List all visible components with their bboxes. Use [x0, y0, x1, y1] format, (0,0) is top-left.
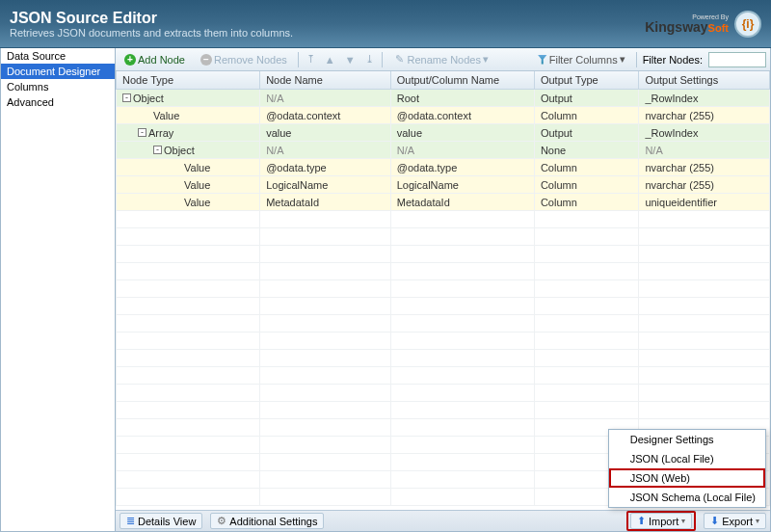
- table-row: [117, 315, 770, 332]
- cell: Output: [534, 124, 638, 142]
- node-type: Object: [133, 93, 164, 104]
- cell: N/A: [260, 90, 391, 107]
- sidebar-item-advanced[interactable]: Advanced: [1, 94, 115, 110]
- menu-item-json-web-[interactable]: JSON (Web): [609, 468, 765, 488]
- separator: [636, 52, 637, 67]
- table-row[interactable]: Value@odata.type@odata.typeColumnnvarcha…: [117, 159, 770, 176]
- table-row[interactable]: -ObjectN/ARootOutput_RowIndex: [117, 90, 770, 107]
- chevron-down-icon: ▾: [756, 517, 759, 525]
- table-row: [117, 350, 770, 367]
- separator: [298, 52, 299, 67]
- column-header[interactable]: Output/Column Name: [390, 71, 534, 90]
- column-header[interactable]: Node Type: [117, 71, 260, 90]
- filter-nodes-input[interactable]: [708, 52, 766, 67]
- export-icon: ⬇: [710, 515, 719, 527]
- cell: N/A: [260, 142, 391, 159]
- cell: N/A: [639, 142, 770, 159]
- cell: value: [390, 124, 534, 142]
- node-type: Value: [184, 162, 210, 173]
- cell: nvarchar (255): [639, 176, 770, 194]
- list-icon: ≣: [126, 515, 135, 527]
- json-icon: {i}: [734, 11, 761, 38]
- cell: Root: [390, 90, 534, 107]
- import-button[interactable]: ⬆ Import ▾: [630, 513, 692, 529]
- table-row: [117, 246, 770, 263]
- chevron-down-icon: ▾: [681, 517, 685, 525]
- table-row: [117, 367, 770, 385]
- table-row[interactable]: ValueMetadataIdMetadataIdColumnuniqueide…: [117, 194, 770, 211]
- minus-icon: −: [200, 54, 212, 66]
- table-row: [117, 298, 770, 315]
- filter-columns-button[interactable]: Filter Columns ▾: [533, 51, 630, 67]
- menu-item-json-local-file-[interactable]: JSON (Local File): [609, 449, 765, 468]
- footer-tabs: ≣ Details View ⚙ Additional Settings ⬆ I…: [116, 510, 770, 531]
- cell: nvarchar (255): [639, 107, 770, 124]
- import-menu: Designer SettingsJSON (Local File)JSON (…: [608, 429, 766, 508]
- column-header[interactable]: Output Type: [534, 71, 638, 90]
- add-node-button[interactable]: + Add Node: [120, 52, 190, 67]
- column-header[interactable]: Output Settings: [639, 71, 770, 90]
- cell: value: [260, 124, 391, 142]
- toolbar: + Add Node − Remove Nodes ⤒ ▲ ▼ ⤓ ✎ Rena…: [116, 48, 770, 71]
- table-row[interactable]: ValueLogicalNameLogicalNameColumnnvarcha…: [117, 176, 770, 194]
- cell: MetadataId: [390, 194, 534, 211]
- tree-toggle[interactable]: -: [122, 93, 131, 102]
- node-type: Object: [164, 145, 195, 156]
- cell: LogicalName: [260, 176, 391, 194]
- cell: nvarchar (255): [639, 159, 770, 176]
- cell: Column: [534, 159, 638, 176]
- cell: @odata.context: [260, 107, 391, 124]
- node-type: Value: [184, 197, 210, 208]
- move-up-icon[interactable]: ▲: [323, 54, 337, 66]
- move-top-icon[interactable]: ⤒: [305, 53, 317, 66]
- separator: [382, 52, 383, 67]
- plus-icon: +: [124, 54, 136, 66]
- cell: uniqueidentifier: [639, 194, 770, 211]
- cell: Column: [534, 176, 638, 194]
- details-view-tab[interactable]: ≣ Details View: [120, 513, 202, 529]
- gear-icon: ⚙: [217, 515, 226, 527]
- table-row: [117, 263, 770, 280]
- cell: N/A: [390, 142, 534, 159]
- funnel-icon: [538, 55, 547, 65]
- sidebar-item-columns[interactable]: Columns: [1, 79, 115, 94]
- import-icon: ⬆: [637, 515, 646, 527]
- table-row: [117, 280, 770, 298]
- table-row: [117, 402, 770, 419]
- chevron-down-icon: ▾: [483, 53, 489, 66]
- tree-toggle[interactable]: -: [138, 128, 146, 137]
- cell: Output: [534, 90, 638, 107]
- table-row: [117, 228, 770, 246]
- tree-toggle[interactable]: -: [153, 146, 162, 154]
- node-type: Value: [184, 179, 210, 191]
- table-row[interactable]: Value@odata.context@odata.contextColumnn…: [117, 107, 770, 124]
- menu-item-json-schema-local-file-[interactable]: JSON Schema (Local File): [609, 488, 765, 507]
- sidebar: Data SourceDocument DesignerColumnsAdvan…: [0, 48, 116, 532]
- page-subtitle: Retrieves JSON documents and extracts th…: [10, 27, 293, 39]
- menu-item-designer-settings[interactable]: Designer Settings: [609, 430, 765, 449]
- table-row[interactable]: -ObjectN/AN/ANoneN/A: [117, 142, 770, 159]
- header: JSON Source Editor Retrieves JSON docume…: [0, 0, 771, 48]
- sidebar-item-document-designer[interactable]: Document Designer: [1, 64, 115, 79]
- node-type: Array: [148, 127, 173, 139]
- cell: _RowIndex: [639, 124, 770, 142]
- sidebar-item-data-source[interactable]: Data Source: [1, 48, 115, 64]
- cell: @odata.type: [260, 159, 391, 176]
- move-bottom-icon[interactable]: ⤓: [363, 53, 376, 66]
- cell: Column: [534, 107, 638, 124]
- table-row[interactable]: -ArrayvaluevalueOutput_RowIndex: [117, 124, 770, 142]
- rename-icon: ✎: [393, 53, 406, 66]
- rename-nodes-button[interactable]: ✎ Rename Nodes ▾: [388, 51, 493, 67]
- remove-nodes-button[interactable]: − Remove Nodes: [196, 52, 292, 67]
- additional-settings-tab[interactable]: ⚙ Additional Settings: [210, 513, 324, 529]
- column-header[interactable]: Node Name: [260, 71, 391, 90]
- filter-nodes-label: Filter Nodes:: [643, 54, 703, 66]
- brand-logo: Powered By KingswaySoft: [645, 13, 729, 34]
- cell: @odata.type: [390, 159, 534, 176]
- move-down-icon[interactable]: ▼: [343, 54, 358, 66]
- page-title: JSON Source Editor: [10, 10, 293, 27]
- cell: _RowIndex: [639, 90, 770, 107]
- export-button[interactable]: ⬇ Export ▾: [704, 513, 766, 529]
- table-row: [117, 332, 770, 350]
- node-type: Value: [153, 110, 179, 121]
